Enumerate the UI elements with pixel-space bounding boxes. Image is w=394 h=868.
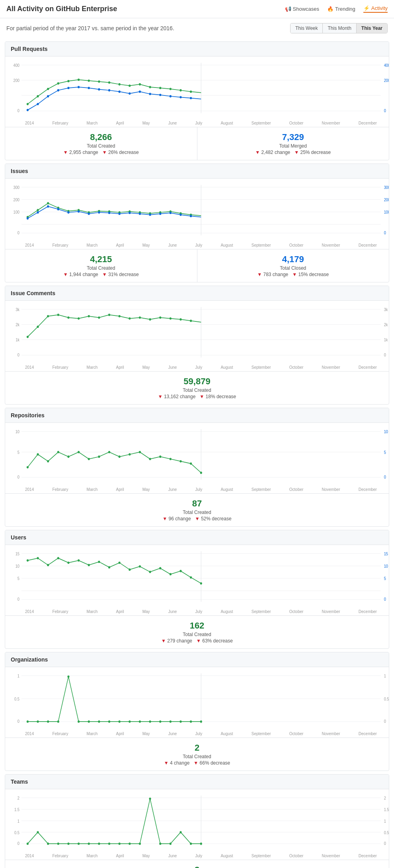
svg-point-41 xyxy=(159,94,161,96)
svg-point-208 xyxy=(179,720,181,723)
pr-created-decrease-arrow: ▼ xyxy=(102,150,107,155)
svg-point-239 xyxy=(149,798,151,800)
svg-point-138 xyxy=(78,451,80,453)
svg-point-242 xyxy=(179,831,181,833)
svg-text:5: 5 xyxy=(384,450,386,455)
pr-created-arrow: ▼ xyxy=(63,150,68,155)
pull-requests-chart-area: 400 200 0 400 200 0 xyxy=(5,56,389,120)
svg-point-117 xyxy=(139,316,141,319)
svg-point-193 xyxy=(27,720,29,723)
svg-point-43 xyxy=(179,96,181,98)
pull-requests-svg: 400 200 0 400 200 0 xyxy=(5,60,389,120)
svg-text:0.5: 0.5 xyxy=(384,830,389,835)
svg-point-33 xyxy=(78,86,80,88)
svg-point-198 xyxy=(78,720,80,723)
svg-text:5: 5 xyxy=(18,576,20,581)
svg-text:0: 0 xyxy=(384,841,386,846)
svg-point-86 xyxy=(129,212,131,214)
svg-text:1.5: 1.5 xyxy=(384,807,389,812)
svg-point-34 xyxy=(88,87,90,89)
svg-text:0: 0 xyxy=(384,597,386,602)
svg-point-241 xyxy=(170,843,172,845)
svg-point-176 xyxy=(139,565,141,568)
svg-point-204 xyxy=(139,720,141,723)
top-navigation: 📢 Showcases 🔥 Trending ⚡ Activity xyxy=(285,5,388,13)
svg-point-230 xyxy=(57,843,59,845)
svg-point-167 xyxy=(47,564,49,566)
svg-point-35 xyxy=(98,88,100,91)
this-year-button[interactable]: This Year xyxy=(357,23,387,33)
svg-text:1k: 1k xyxy=(16,338,20,343)
svg-point-60 xyxy=(37,209,39,211)
svg-point-194 xyxy=(37,720,39,723)
svg-point-199 xyxy=(88,720,90,723)
pr-merged-number: 7,329 xyxy=(202,132,384,142)
svg-text:0: 0 xyxy=(384,719,386,724)
issues-created-label: Total Created xyxy=(10,265,192,271)
svg-point-109 xyxy=(57,314,59,316)
issues-section: Issues 300 200 100 0 300 200 100 0 xyxy=(5,163,389,282)
svg-point-243 xyxy=(190,843,192,845)
organizations-chart: 1 0.5 0 1 0.5 0 xyxy=(5,667,389,738)
svg-point-207 xyxy=(170,720,172,723)
svg-point-244 xyxy=(200,843,202,845)
svg-text:3k: 3k xyxy=(384,307,388,312)
svg-point-76 xyxy=(27,217,29,220)
svg-text:2: 2 xyxy=(384,796,386,801)
svg-point-88 xyxy=(149,214,151,216)
svg-text:0: 0 xyxy=(18,719,20,724)
pr-created-change: ▼ 2,955 change ▼ 26% decrease xyxy=(10,150,192,155)
svg-point-27 xyxy=(190,91,192,93)
svg-point-80 xyxy=(67,211,69,214)
issues-svg: 300 200 100 0 300 200 100 0 xyxy=(5,183,389,242)
repositories-number: 87 xyxy=(10,498,384,509)
this-week-button[interactable]: This Week xyxy=(291,23,323,33)
pull-requests-section: Pull Requests 400 200 0 400 200 0 xyxy=(5,41,389,160)
svg-text:2: 2 xyxy=(18,796,20,801)
svg-text:400: 400 xyxy=(14,63,20,68)
svg-point-179 xyxy=(170,573,172,576)
svg-point-134 xyxy=(37,453,39,455)
issues-chart: 300 200 100 0 300 200 100 0 xyxy=(5,179,389,249)
page-header: All Activity on GitHub Enterprise 📢 Show… xyxy=(0,0,394,18)
organizations-number: 2 xyxy=(10,743,384,753)
this-month-button[interactable]: This Month xyxy=(323,23,356,33)
svg-text:1: 1 xyxy=(18,674,20,679)
svg-point-235 xyxy=(108,843,110,845)
repositories-stats: 87 Total Created ▼ 96 change ▼ 52% decre… xyxy=(5,493,389,526)
svg-point-171 xyxy=(88,564,90,566)
issues-closed-label: Total Closed xyxy=(202,265,384,271)
svg-text:15: 15 xyxy=(384,552,388,557)
teams-number: 3 xyxy=(10,865,384,868)
nav-activity[interactable]: ⚡ Activity xyxy=(363,5,388,13)
page-title: All Activity on GitHub Enterprise xyxy=(6,5,117,13)
svg-point-165 xyxy=(27,559,29,562)
pr-merged-label: Total Merged xyxy=(202,143,384,149)
users-change: ▼ 279 change ▼ 63% decrease xyxy=(10,638,384,644)
svg-point-39 xyxy=(139,91,141,93)
nav-showcases[interactable]: 📢 Showcases xyxy=(285,6,319,12)
svg-text:0: 0 xyxy=(18,475,20,480)
svg-text:300: 300 xyxy=(384,185,389,190)
svg-point-106 xyxy=(27,336,29,338)
svg-point-120 xyxy=(170,317,172,320)
organizations-stats: 2 Total Created ▼ 4 change ▼ 66% decreas… xyxy=(5,738,389,771)
nav-trending[interactable]: 🔥 Trending xyxy=(327,6,355,12)
svg-point-197 xyxy=(67,675,69,678)
svg-point-31 xyxy=(57,89,59,91)
svg-point-143 xyxy=(129,453,131,455)
svg-point-200 xyxy=(98,720,100,723)
svg-point-173 xyxy=(108,566,110,568)
svg-point-84 xyxy=(108,212,110,214)
svg-point-206 xyxy=(159,720,161,723)
svg-point-231 xyxy=(67,843,69,845)
svg-point-20 xyxy=(119,83,121,86)
svg-point-121 xyxy=(179,318,181,321)
svg-point-147 xyxy=(170,458,172,460)
svg-point-18 xyxy=(98,80,100,83)
pr-merged-decrease-arrow: ▼ xyxy=(294,150,299,155)
svg-point-135 xyxy=(47,460,49,463)
showcases-icon: 📢 xyxy=(285,6,291,12)
svg-point-144 xyxy=(139,451,141,453)
svg-point-205 xyxy=(149,720,151,723)
